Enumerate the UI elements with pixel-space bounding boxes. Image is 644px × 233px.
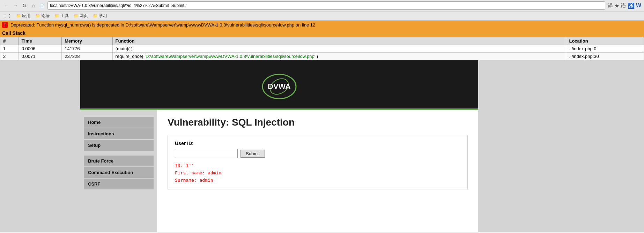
result-line2: First name: admin [175, 170, 460, 177]
user-id-input[interactable] [175, 149, 238, 158]
bookmark-tools[interactable]: 📁 工具 [52, 12, 71, 20]
table-row: 2 0.0071 237328 require_once( 'D:\softwa… [0, 53, 644, 60]
call-stack-table: # Time Memory Function Location 1 0.0006… [0, 37, 644, 60]
php-warning-text: Deprecated: Function mysql_numrows() is … [10, 22, 315, 28]
word-icon[interactable]: W [636, 2, 641, 9]
bookmark-study-label: 学习 [99, 13, 107, 19]
bookmark-apps[interactable]: 📁 应用 [14, 12, 32, 20]
row2-function-link[interactable]: D:\software\Wampserver\wamp\www\DVWA-1.0… [146, 54, 314, 59]
browser-toolbar: ← → ↻ ⌂ 📄 译 ★ 语 ♿ W [0, 0, 644, 11]
study-folder-icon: 📁 [93, 14, 98, 18]
browser-chrome: ← → ↻ ⌂ 📄 译 ★ 语 ♿ W ⋮⋮ 📁 应用 📁 论坛 📁 工具 📁 … [0, 0, 644, 21]
row2-function-post: ' ) [314, 54, 318, 59]
call-stack-title: Call Stack [0, 29, 644, 37]
table-row: 1 0.0006 141776 {main}( ) ../index.php:0 [0, 45, 644, 53]
submit-button[interactable]: Submit [240, 150, 265, 158]
bookmark-web[interactable]: 📁 网页 [72, 12, 90, 20]
row1-function: {main}( ) [112, 45, 566, 53]
col-memory: Memory [62, 37, 112, 45]
bookmark-apps-label: 应用 [22, 13, 30, 19]
url-bar[interactable] [47, 1, 605, 10]
result-text: ID: 1'' First name: admin Surname: admin [175, 162, 460, 184]
sync-icon[interactable]: ♿ [628, 2, 635, 9]
user-id-label: User ID: [175, 141, 460, 146]
dvwa-logo: DVWA [260, 67, 298, 100]
dvwa-header: DVWA [80, 60, 478, 110]
sidebar-item-setup[interactable]: Setup [84, 140, 154, 151]
bookmarks-bar: ⋮⋮ 📁 应用 📁 论坛 📁 工具 📁 网页 📁 学习 [0, 11, 644, 20]
row2-function: require_once( 'D:\software\Wampserver\wa… [112, 53, 566, 60]
svg-text:DVWA: DVWA [268, 82, 291, 91]
translate-icon[interactable]: 译 [607, 2, 613, 9]
result-line1: ID: 1'' [175, 162, 460, 170]
warning-icon: ! [2, 22, 8, 28]
dvwa-content: Vulnerability: SQL Injection User ID: Su… [157, 110, 478, 232]
row2-time: 0.0071 [18, 53, 61, 60]
page-title: Vulnerability: SQL Injection [168, 117, 468, 128]
bookmark-study[interactable]: 📁 学习 [91, 12, 109, 20]
forward-button[interactable]: → [12, 2, 19, 9]
back-button[interactable]: ← [3, 2, 10, 9]
call-stack-section: Call Stack # Time Memory Function Locati… [0, 29, 644, 60]
sidebar: Home Instructions Setup Brute Force Comm… [80, 110, 157, 232]
col-location: Location [566, 37, 644, 45]
sidebar-item-home[interactable]: Home [84, 117, 154, 128]
sidebar-item-csrf[interactable]: CSRF [84, 179, 154, 189]
content-box: User ID: Submit ID: 1'' First name: admi… [168, 135, 468, 189]
lang-icon[interactable]: 语 [621, 2, 626, 9]
home-button[interactable]: ⌂ [30, 2, 37, 9]
col-time: Time [18, 37, 61, 45]
dvwa-main: Home Instructions Setup Brute Force Comm… [80, 110, 478, 232]
bookmark-forum[interactable]: 📁 论坛 [33, 12, 52, 20]
sidebar-item-command-execution[interactable]: Command Execution [84, 167, 154, 178]
star-icon[interactable]: ★ [614, 2, 619, 9]
tools-folder-icon: 📁 [54, 14, 59, 18]
php-warning-banner: ! Deprecated: Function mysql_numrows() i… [0, 21, 644, 29]
row1-memory: 141776 [62, 45, 112, 53]
apps-folder-icon: 📁 [16, 14, 21, 18]
browser-icons: 译 ★ 语 ♿ W [607, 2, 641, 9]
row1-location: ../index.php:0 [566, 45, 644, 53]
sidebar-item-instructions[interactable]: Instructions [84, 128, 154, 139]
sidebar-item-brute-force[interactable]: Brute Force [84, 156, 154, 166]
row1-time: 0.0006 [18, 45, 61, 53]
row2-memory: 237328 [62, 53, 112, 60]
row2-location: ../index.php:30 [566, 53, 644, 60]
col-num: # [0, 37, 19, 45]
apps-icon[interactable]: ⋮⋮ [3, 13, 12, 18]
bookmark-forum-label: 论坛 [41, 13, 50, 19]
col-function: Function [112, 37, 566, 45]
result-line3: Surname: admin [175, 177, 460, 184]
row1-num: 1 [0, 45, 19, 53]
page-content: ! Deprecated: Function mysql_numrows() i… [0, 21, 644, 232]
form-row: Submit [175, 149, 460, 158]
row2-function-pre: require_once( ' [116, 54, 146, 59]
forum-folder-icon: 📁 [35, 14, 40, 18]
bookmark-tools-label: 工具 [60, 13, 69, 19]
web-folder-icon: 📁 [74, 14, 79, 18]
bookmark-web-label: 网页 [80, 13, 88, 19]
reload-button[interactable]: ↻ [21, 2, 28, 9]
row2-num: 2 [0, 53, 19, 60]
